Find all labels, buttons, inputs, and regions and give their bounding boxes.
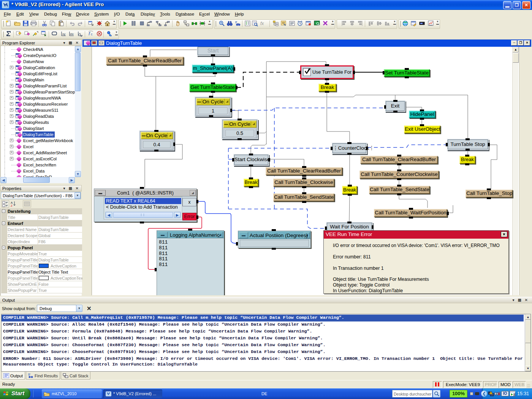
svg-text:xlv: xlv — [70, 32, 74, 36]
svg-text:f: f — [89, 31, 90, 36]
svg-text:c: c — [91, 32, 93, 36]
svg-text:Z: Z — [11, 204, 13, 207]
svg-text:xy: xy — [62, 32, 65, 36]
svg-text:fx: fx — [260, 21, 264, 26]
